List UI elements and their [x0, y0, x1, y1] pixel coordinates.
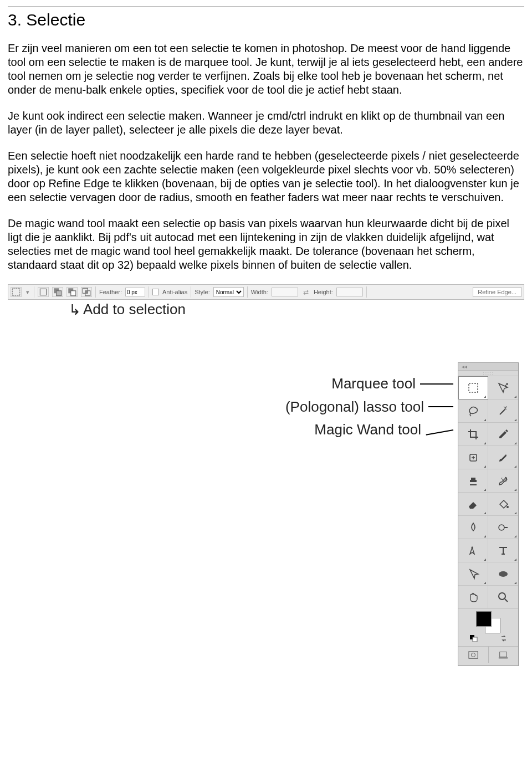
add-to-selection-text: Add to selection	[83, 301, 186, 318]
section-title: 3. Selectie	[8, 11, 524, 29]
top-divider	[8, 7, 524, 7]
callout-marquee: Marquee tool	[331, 372, 416, 396]
svg-point-11	[507, 506, 509, 508]
svg-point-13	[471, 546, 473, 548]
separator	[95, 286, 96, 298]
paragraph-4: De magic wand tool maakt een selectie op…	[8, 217, 524, 272]
separator	[191, 286, 191, 298]
subtract-from-selection-icon[interactable]	[66, 287, 78, 297]
foreground-color-swatch[interactable]	[476, 611, 492, 627]
svg-rect-1	[40, 289, 46, 295]
paint-bucket-tool-icon[interactable]	[488, 493, 518, 516]
feather-label: Feather:	[99, 289, 122, 295]
magic-wand-tool-icon[interactable]	[488, 400, 518, 423]
add-to-selection-annotation: ↳ Add to selection	[69, 301, 524, 318]
paragraph-3: Een selectie hoeft niet noodzakelijk een…	[8, 149, 524, 204]
separator	[34, 286, 34, 298]
lasso-tool-icon[interactable]	[458, 400, 488, 423]
intersect-selection-icon[interactable]	[81, 287, 92, 297]
svg-rect-3	[57, 291, 62, 296]
type-tool-icon[interactable]	[488, 539, 518, 562]
marquee-preset-icon[interactable]	[11, 287, 22, 297]
svg-rect-8	[85, 291, 88, 294]
hand-tool-icon[interactable]	[458, 586, 488, 609]
callout-line	[420, 383, 453, 385]
paragraph-1: Er zijn veel manieren om een tot een sel…	[8, 42, 524, 97]
brush-tool-icon[interactable]	[488, 446, 518, 469]
add-to-selection-icon[interactable]	[52, 287, 63, 297]
svg-rect-20	[500, 652, 507, 657]
separator	[149, 286, 149, 298]
tools-panel: ◂◂ ::::::	[458, 362, 519, 666]
height-label: Height:	[314, 289, 333, 295]
swap-dimensions-icon[interactable]: ⇄	[301, 288, 310, 296]
healing-brush-tool-icon[interactable]	[458, 446, 488, 469]
marquee-tool-icon[interactable]	[458, 376, 488, 400]
style-select[interactable]: Normal	[213, 287, 244, 297]
callout-line	[426, 429, 454, 436]
svg-rect-0	[12, 288, 20, 296]
separator	[247, 286, 248, 298]
callout-lasso: (Pologonal) lasso tool	[285, 396, 424, 419]
feather-input[interactable]	[125, 288, 145, 296]
eraser-tool-icon[interactable]	[458, 493, 488, 516]
eyedropper-tool-icon[interactable]	[488, 423, 518, 446]
width-input[interactable]	[272, 288, 298, 296]
svg-rect-18	[469, 652, 478, 659]
panel-collapse-icon[interactable]: ◂◂	[458, 363, 518, 371]
svg-rect-9	[469, 383, 478, 392]
crop-tool-icon[interactable]	[458, 423, 488, 446]
svg-point-15	[499, 593, 505, 600]
pen-tool-icon[interactable]	[458, 539, 488, 562]
height-input[interactable]	[336, 288, 363, 296]
antialias-label: Anti-alias	[162, 289, 187, 295]
svg-point-14	[499, 571, 508, 577]
quick-mask-icon[interactable]	[458, 647, 488, 663]
svg-rect-21	[499, 658, 508, 659]
screen-mode-icon[interactable]	[488, 647, 519, 663]
callout-labels: Marquee tool (Pologonal) lasso tool Magi…	[74, 362, 453, 442]
svg-point-12	[499, 525, 504, 530]
callout-line	[428, 406, 453, 407]
path-selection-tool-icon[interactable]	[458, 562, 488, 586]
new-selection-icon[interactable]	[38, 287, 49, 297]
antialias-checkbox[interactable]	[152, 289, 159, 295]
default-colors-icon[interactable]	[469, 634, 478, 644]
swap-colors-icon[interactable]	[500, 634, 508, 644]
svg-rect-17	[473, 637, 477, 642]
history-brush-tool-icon[interactable]	[488, 469, 518, 493]
svg-rect-5	[71, 291, 76, 296]
dodge-tool-icon[interactable]	[488, 516, 518, 539]
color-swatches	[458, 609, 518, 646]
zoom-tool-icon[interactable]	[488, 586, 518, 609]
preset-dropdown-icon[interactable]: ▾	[25, 289, 30, 296]
separator	[366, 286, 367, 298]
svg-point-19	[471, 653, 475, 657]
callout-wand: Magic Wand tool	[314, 418, 421, 442]
arrow-icon: ↳	[69, 303, 81, 317]
panel-drag-handle[interactable]: ::::::	[458, 371, 518, 376]
move-tool-icon[interactable]	[488, 376, 518, 400]
paragraph-2: Je kunt ook indirect een selectie maken.…	[8, 109, 524, 137]
options-bar: ▾ Feather: Anti-alias Style: Normal Widt…	[8, 284, 524, 300]
blur-tool-icon[interactable]	[458, 516, 488, 539]
width-label: Width:	[251, 289, 268, 295]
clone-stamp-tool-icon[interactable]	[458, 469, 488, 493]
refine-edge-button[interactable]: Refine Edge...	[473, 287, 521, 297]
style-label: Style:	[195, 289, 210, 295]
shape-tool-icon[interactable]	[488, 562, 518, 586]
